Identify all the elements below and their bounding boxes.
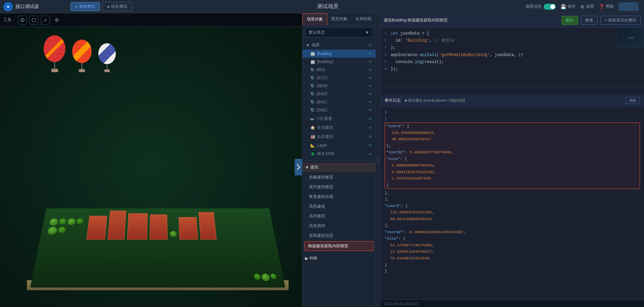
tree-item-26425[interactable]: 🏗 26425 👁: [302, 90, 376, 98]
divider-1: [302, 160, 376, 161]
menu-highlight-floor[interactable]: 高亮楼层: [302, 211, 376, 221]
building-eye-icon[interactable]: 👁: [368, 52, 372, 56]
tools-gear[interactable]: ⚙: [52, 16, 61, 24]
tree-item-9603[interactable]: 🏗 9603 👁: [302, 66, 376, 74]
api-label: 建筑Building 根据建筑获取内部模型: [384, 17, 559, 23]
log-size-v3: 1.797241041097045: [385, 175, 640, 182]
18723-eye-icon[interactable]: 👁: [368, 76, 372, 80]
tab-global-control[interactable]: 全局控制: [351, 13, 376, 25]
log-coord-v1: 116.34956306968823,: [385, 130, 640, 136]
zhaizhu-eye-icon[interactable]: 👁: [368, 126, 372, 130]
cangku-icon: 🏭: [310, 135, 315, 139]
menu-deconstruct-floor[interactable]: 拆解建筑楼层: [302, 172, 376, 182]
18639-eye-icon[interactable]: 👁: [368, 84, 372, 88]
log-outer-close3: }: [385, 268, 640, 275]
logo-icon: [3, 2, 13, 11]
scene-info-toggle[interactable]: 场景信息: [526, 4, 556, 10]
tab-scene-objects[interactable]: 场景对象: [302, 13, 327, 25]
26425-eye-icon[interactable]: 👁: [368, 92, 372, 96]
scene-tree: ▼ 场景 👁 🏢 Building 👁 🏢 Building1 👁 🏗: [302, 39, 376, 307]
thumbnail-preview: ●●●: [617, 28, 644, 48]
tree-item-building1[interactable]: 🏢 Building1 👁: [302, 58, 376, 66]
topbar-center-title: 测试场景: [136, 3, 520, 10]
menu-highlight-room[interactable]: 高亮房间: [302, 221, 376, 231]
user-avatar: [618, 2, 639, 11]
building-submenu: 拆解建筑楼层 展开建筑楼层 恢复建筑外观 高亮建筑 高亮楼层 高亮房间 获取建筑…: [302, 172, 376, 252]
9603-eye-icon[interactable]: 👁: [368, 68, 372, 72]
tree1538-eye-icon[interactable]: 👁: [368, 152, 372, 156]
event-log-body[interactable]: ] } "coord": [ 116.34956306968823, 40.08…: [381, 107, 644, 300]
menu-get-internal-models[interactable]: 根据建筑获取内部模型: [304, 241, 374, 251]
tab-map-objects[interactable]: 图层对象: [327, 13, 351, 25]
tool-draw[interactable]: [41, 16, 50, 24]
event-log-title: 事件日志: [385, 98, 401, 103]
menu-get-building-info[interactable]: 获取建筑信息: [302, 231, 376, 241]
tree-item-zhaizhu[interactable]: 🏠 住宅建筑 👁: [302, 123, 376, 132]
tool-select[interactable]: [18, 16, 27, 24]
log-size2-v2: 12.520612204246817,: [385, 248, 640, 255]
tab-single-test[interactable]: ● 单体测试: [70, 2, 100, 11]
tree-item-18639[interactable]: 🏗 18639 👁: [302, 82, 376, 90]
menu-expand-floor[interactable]: 展开建筑楼层: [302, 182, 376, 192]
tree-item-cangku[interactable]: 🏭 合库建筑 👁: [302, 132, 376, 141]
panel-resize-handle[interactable]: [376, 13, 381, 307]
code-line-1: 1 let jsonData = {: [381, 30, 644, 37]
tezhong-section[interactable]: ▶ 特效: [302, 254, 376, 263]
tool-rect-select[interactable]: [30, 16, 38, 24]
18639-icon: 🏗: [310, 84, 314, 88]
26411-eye-icon[interactable]: 👁: [368, 100, 372, 104]
18723-icon: 🏗: [310, 76, 314, 80]
scene-toggle-arrow[interactable]: [295, 159, 302, 175]
tools-label: 工具：: [3, 17, 15, 23]
event-log-note: ★表示通过 EventListener 订阅的消息: [404, 98, 622, 103]
tools-bar: 工具： ⚙: [0, 13, 302, 27]
code-separator: ···: [381, 88, 644, 95]
save-action[interactable]: 💾 保存: [560, 4, 576, 9]
tree-item-layer[interactable]: 📐 Layer 👁: [302, 141, 376, 149]
topbar-right: 场景信息 💾 保存 ⚙ 设置 ❓ 帮助: [520, 2, 644, 11]
layer-eye-icon[interactable]: 👁: [368, 143, 372, 147]
log-coord2-v1: 116.34950755422399,: [385, 209, 640, 216]
code-editor[interactable]: 1 let jsonData = { 2 id: 'Building', // …: [381, 28, 644, 88]
settings-action[interactable]: ⚙ 设置: [580, 4, 594, 9]
log-size-key: "size": [: [385, 156, 640, 162]
building-section-header[interactable]: ▼ 建筑: [302, 163, 376, 172]
menu-restore-appearance[interactable]: 恢复建筑外观: [302, 192, 376, 202]
tree-item-18723[interactable]: 🏗 18723 👁: [302, 74, 376, 82]
23422-icon: 🏗: [310, 108, 314, 112]
exec-button[interactable]: 执行: [561, 16, 578, 25]
tab-combined-test[interactable]: ◈ 综合测试: [102, 2, 132, 11]
clear-log-button[interactable]: 清除: [625, 97, 640, 104]
log-size2-key: "size": [: [385, 235, 640, 242]
log-line-1: ]: [385, 109, 640, 115]
scene-section-header[interactable]: ▼ 场景 👁: [302, 41, 376, 50]
log-outer-close2: ],: [385, 196, 640, 203]
menu-highlight-building[interactable]: 高亮建筑: [302, 202, 376, 211]
cangku-eye-icon[interactable]: 👁: [368, 135, 372, 139]
log-coord-bracket-close: ],: [385, 143, 640, 149]
tree-item-23422[interactable]: 🏗 23422 👁: [302, 106, 376, 114]
xiaoqu-eye-icon[interactable]: 👁: [368, 117, 372, 121]
help-action[interactable]: ❓ 帮助: [599, 4, 614, 9]
tree-item-26411[interactable]: 🏗 26411 👁: [302, 98, 376, 106]
tree-item-building[interactable]: 🏢 Building 👁: [302, 50, 376, 58]
code-line-4: 4 appInstance.uniCall('getModelsByBuildi…: [381, 52, 644, 59]
add-to-combined-button[interactable]: + 添加至综合测试: [600, 16, 641, 25]
state-dropdown[interactable]: 默认状态 ▼: [305, 28, 373, 37]
tree-item-tree1538[interactable]: 🌲 树木1538 👁: [302, 149, 376, 158]
main-area: 工具： ⚙: [0, 13, 644, 307]
scene-info-switch[interactable]: [544, 4, 556, 10]
status-bar: 2023-09-00 16:50:07: [381, 300, 644, 307]
tree-item-xiaoqu[interactable]: 🏘 小区废座 👁: [302, 114, 376, 123]
code-line-2: 2 id: 'Building', // 建筑Id: [381, 37, 644, 44]
23422-eye-icon[interactable]: 👁: [368, 108, 372, 112]
scene-3d: [0, 27, 302, 307]
building1-icon: 🏢: [310, 60, 315, 64]
restore-button[interactable]: 恢复: [581, 16, 598, 25]
log-outer-close1: },: [385, 190, 640, 196]
tree1538-icon: 🌲: [310, 152, 315, 156]
building1-eye-icon[interactable]: 👁: [368, 60, 372, 64]
scene-eye-icon[interactable]: 👁: [368, 43, 372, 48]
9603-icon: 🏗: [310, 68, 314, 72]
svg-point-2: [22, 19, 23, 20]
